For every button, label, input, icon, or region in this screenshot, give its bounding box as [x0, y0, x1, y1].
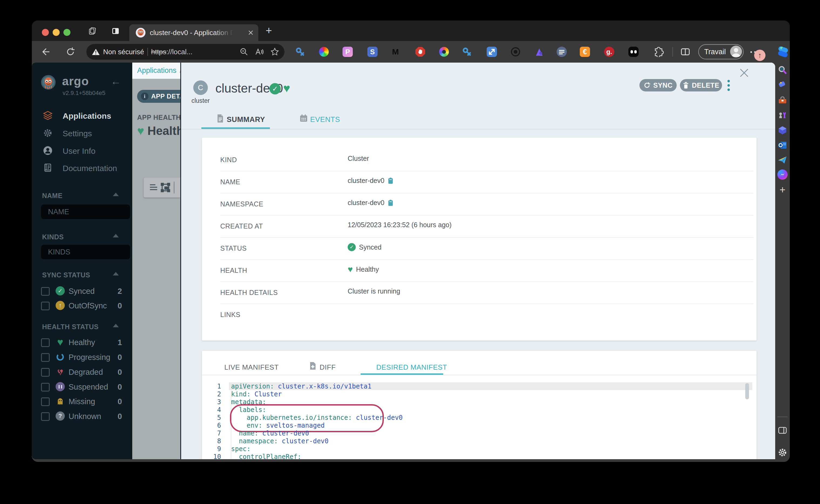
list-view-icon[interactable]	[148, 182, 159, 193]
filter-row-missing[interactable]: Missing 0	[32, 396, 132, 407]
filter-row-unknown[interactable]: ? Unknown 0	[32, 411, 132, 422]
key2-extension-icon[interactable]	[462, 47, 472, 57]
tab-stacks-icon[interactable]	[88, 27, 96, 35]
address-bar[interactable]: Non sécurisé https://local...	[86, 44, 284, 60]
read-aloud-icon[interactable]	[255, 47, 264, 56]
close-panel-icon[interactable]	[738, 67, 750, 79]
key-extension-icon[interactable]	[295, 47, 305, 57]
telegram-icon[interactable]	[777, 155, 788, 165]
sidebar-item-settings[interactable]: Settings	[32, 127, 132, 140]
close-window-button[interactable]	[42, 29, 49, 36]
healthy-heart-icon: ♥	[56, 338, 65, 347]
filter-row-healthy[interactable]: ♥ Healthy 1	[32, 337, 132, 348]
copy-clipboard-icon[interactable]	[387, 199, 393, 206]
profile-button[interactable]: Travail	[698, 44, 744, 59]
filter-row-progressing[interactable]: Progressing 0	[32, 352, 132, 363]
background-page: Applications/ i APP DETAILS APP HEALTH? …	[132, 63, 180, 459]
sidebar-item-applications[interactable]: Applications	[32, 110, 132, 123]
applications-layers-icon	[43, 110, 53, 121]
shopping-tag-icon[interactable]	[777, 79, 788, 90]
m-extension-icon[interactable]: M	[390, 47, 400, 57]
adblock-extension-icon[interactable]	[415, 47, 426, 57]
panel-toggle-icon[interactable]	[777, 425, 788, 435]
tab-close-icon[interactable]	[247, 29, 254, 36]
palette-extension-icon[interactable]	[439, 47, 449, 57]
mountain-extension-icon[interactable]	[534, 47, 545, 57]
update-available-badge[interactable]: ↑	[754, 50, 765, 61]
add-sidebar-item-icon[interactable]: +	[777, 185, 788, 195]
workspace-icon[interactable]	[111, 27, 120, 35]
sidebar-item-documentation[interactable]: Documentation	[32, 162, 132, 175]
outofsync-checkbox[interactable]	[41, 302, 50, 310]
row-label: HEALTH DETAILS	[220, 289, 278, 297]
color-picker-extension-icon[interactable]	[319, 47, 329, 57]
copy-clipboard-icon[interactable]	[387, 177, 393, 184]
refresh-icon[interactable]	[66, 47, 75, 57]
sync-status-label: SYNC STATUS	[42, 271, 90, 279]
games-chess-icon[interactable]	[777, 110, 788, 120]
degraded-checkbox[interactable]	[41, 368, 50, 377]
menu-dots-icon[interactable]	[750, 51, 752, 53]
microsoft-365-icon[interactable]	[777, 125, 788, 135]
back-icon[interactable]	[40, 47, 50, 57]
g-app-icon[interactable]: g.	[604, 47, 614, 57]
zoom-window-button[interactable]	[63, 29, 70, 36]
euro-app-icon[interactable]: €	[580, 47, 590, 57]
healthy-heart-icon: ♥	[348, 265, 353, 273]
tab-live-manifest[interactable]: LIVE MANIFEST	[224, 363, 279, 372]
notes-app-icon[interactable]	[557, 47, 567, 57]
extensions-puzzle-icon[interactable]	[654, 47, 664, 57]
collapse-sidebar-icon[interactable]: ←	[111, 76, 121, 87]
synced-checkbox[interactable]	[41, 287, 50, 296]
name-filter-input[interactable]	[41, 205, 130, 219]
zoom-out-icon[interactable]	[240, 47, 248, 56]
healthy-checkbox[interactable]	[41, 338, 50, 347]
more-actions-kebab-icon[interactable]	[727, 80, 730, 93]
sidebar-item-user-info[interactable]: User Info	[32, 145, 132, 158]
collapse-health-icon[interactable]	[113, 324, 119, 327]
filter-row-degraded[interactable]: ♥ Degraded 0	[32, 367, 132, 378]
messenger-icon[interactable]	[777, 169, 788, 180]
collapse-sync-icon[interactable]	[113, 272, 119, 275]
collapse-kinds-icon[interactable]	[113, 234, 119, 237]
app-details-button[interactable]: i APP DETAILS	[137, 90, 180, 103]
suspended-checkbox[interactable]	[41, 383, 50, 391]
filter-row-synced[interactable]: ✓ Synced 2	[32, 286, 132, 297]
tab-diff[interactable]: DIFF	[319, 363, 336, 372]
outlook-icon[interactable]	[777, 140, 788, 150]
filter-row-outofsync[interactable]: ↑ OutOfSync 0	[32, 301, 132, 311]
missing-checkbox[interactable]	[41, 397, 50, 406]
arrows-extension-icon[interactable]	[487, 47, 497, 57]
split-screen-icon[interactable]	[680, 47, 690, 57]
collapse-name-icon[interactable]	[113, 193, 119, 196]
name-filter-label: NAME	[42, 192, 63, 200]
phantom-app-icon[interactable]	[628, 47, 639, 57]
code-scrollbar[interactable]	[745, 383, 749, 399]
delete-button[interactable]: DELETE	[680, 79, 722, 91]
search-icon[interactable]	[777, 65, 788, 75]
recorder-extension-icon[interactable]	[511, 47, 521, 57]
tab-desired-manifest[interactable]: DESIRED MANIFEST	[376, 363, 447, 372]
toolbox-icon[interactable]	[777, 95, 788, 105]
url-text[interactable]: https://local...	[151, 48, 192, 56]
app-details-label: APP DETAILS	[151, 93, 180, 100]
minimize-window-button[interactable]	[53, 29, 60, 36]
p-extension-icon[interactable]: P	[342, 47, 353, 57]
new-tab-button[interactable]: +	[263, 23, 274, 38]
kinds-filter-input[interactable]	[41, 245, 130, 259]
favorites-star-icon[interactable]	[270, 47, 279, 56]
unknown-checkbox[interactable]	[41, 412, 50, 421]
settings-gear-icon[interactable]	[777, 447, 788, 458]
filter-row-suspended[interactable]: Suspended 0	[32, 382, 132, 393]
security-label[interactable]: Non sécurisé	[103, 48, 144, 56]
tab-summary[interactable]: SUMMARY	[227, 115, 265, 124]
network-view-icon[interactable]	[160, 182, 171, 193]
browser-tab[interactable]: cluster-dev0 - Application Det	[129, 24, 258, 41]
tab-events[interactable]: EVENTS	[310, 115, 340, 124]
yaml-editor[interactable]: 1apiVersion: cluster.x-k8s.io/v1beta1 2k…	[202, 375, 757, 459]
progressing-checkbox[interactable]	[41, 353, 50, 362]
s-extension-icon[interactable]: S	[367, 47, 377, 57]
breadcrumb[interactable]: Applications/	[137, 66, 180, 75]
copilot-icon[interactable]	[776, 45, 790, 59]
sync-button[interactable]: SYNC	[640, 79, 677, 91]
